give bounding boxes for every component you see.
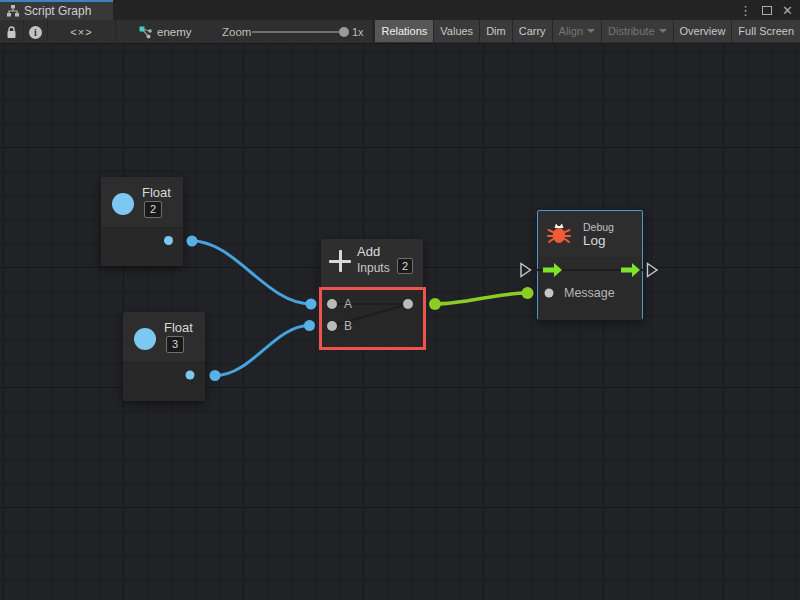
breadcrumb-graph-name: enemy	[157, 26, 192, 38]
debug-message-connection-dot[interactable]	[522, 287, 534, 299]
debug-flow-out-arrow-icon[interactable]	[621, 263, 640, 277]
window-controls: ⋮ ✕	[737, 0, 796, 20]
carry-button[interactable]: Carry	[513, 20, 552, 42]
tab-script-graph[interactable]: Script Graph	[0, 0, 113, 20]
debug-message-port[interactable]	[545, 289, 554, 298]
relations-button[interactable]: Relations	[375, 20, 433, 42]
full-screen-button[interactable]: Full Screen	[732, 20, 800, 42]
graph-hierarchy-icon	[7, 5, 19, 17]
debug-flow-input-triangle-icon[interactable]	[521, 264, 531, 277]
add-ports-error-highlight	[319, 287, 426, 350]
overview-button[interactable]: Overview	[674, 20, 732, 42]
float-2-connection-dot[interactable]	[210, 370, 221, 381]
align-dropdown[interactable]: Align	[553, 20, 601, 42]
wire-add-to-debug-message[interactable]	[435, 293, 528, 304]
maximize-icon	[762, 6, 772, 15]
float-1-output-port[interactable]	[164, 236, 173, 245]
values-button[interactable]: Values	[434, 20, 479, 42]
zoom-slider-handle[interactable]	[339, 27, 349, 37]
info-icon: i	[29, 26, 42, 39]
add-input-b-connection-dot[interactable]	[304, 320, 315, 331]
code-icon: <×>	[70, 26, 92, 38]
tab-title: Script Graph	[24, 4, 91, 18]
zoom-slider-track[interactable]	[252, 31, 339, 33]
lock-icon	[6, 26, 17, 39]
chevron-down-icon	[659, 29, 667, 33]
close-button[interactable]: ✕	[779, 1, 796, 19]
zoom-value: 1x	[352, 20, 364, 44]
script-graph-asset-icon	[139, 26, 152, 39]
debug-flow-in-arrow-icon[interactable]	[543, 263, 562, 277]
unity-visual-scripting-window: Script Graph ⋮ ✕ i <×>	[0, 0, 800, 600]
add-input-a-connection-dot[interactable]	[306, 299, 317, 310]
debug-message-port-label: Message	[564, 286, 615, 300]
wire-float2-to-add-b[interactable]	[215, 326, 310, 376]
debug-flow-output-triangle-icon[interactable]	[648, 264, 658, 277]
toolbar-left-group: i <×>	[0, 20, 116, 44]
float-1-connection-dot[interactable]	[187, 236, 198, 247]
add-port-a-label: A	[344, 297, 352, 311]
graph-toolbar: i <×> enemy Zoom 1x Relations Values	[0, 20, 800, 44]
lock-button[interactable]	[0, 20, 24, 44]
breadcrumb[interactable]: enemy	[139, 20, 192, 44]
add-port-b-label: B	[344, 319, 352, 333]
maximize-button[interactable]	[758, 1, 775, 19]
window-tab-bar: Script Graph ⋮ ✕	[0, 0, 800, 20]
chevron-down-icon	[587, 29, 595, 33]
toolbar-button-group: Relations Values Dim Carry Align Distrib…	[372, 20, 800, 42]
float-2-output-port[interactable]	[186, 371, 195, 380]
zoom-label: Zoom	[222, 20, 251, 44]
dim-button[interactable]: Dim	[480, 20, 512, 42]
info-button[interactable]: i	[24, 20, 48, 44]
distribute-dropdown[interactable]: Distribute	[602, 20, 672, 42]
code-view-button[interactable]: <×>	[48, 20, 116, 44]
window-menu-button[interactable]: ⋮	[737, 1, 754, 19]
wire-float1-to-add-a[interactable]	[192, 241, 311, 304]
add-output-connection-dot[interactable]	[429, 298, 441, 310]
graph-canvas[interactable]: Float 2 Float 3 Add Inputs 2 A B	[0, 44, 800, 600]
